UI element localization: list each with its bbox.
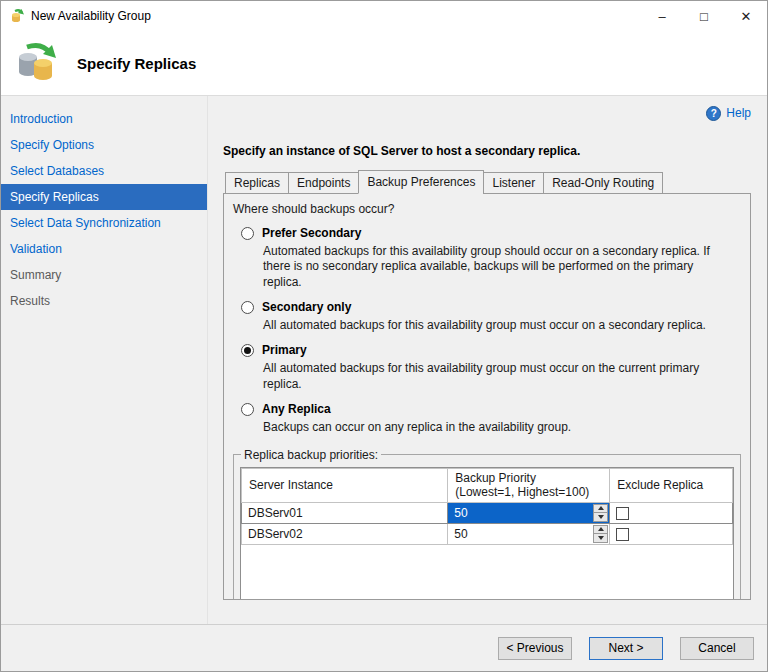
option-label: Secondary only [262, 300, 351, 314]
replica-priorities-table: Server Instance Backup Priority (Lowest=… [241, 468, 733, 545]
priorities-grid: Server Instance Backup Priority (Lowest=… [240, 467, 734, 600]
backup-priority-cell[interactable]: 50 [448, 502, 610, 523]
tab-strip: Replicas Endpoints Backup Preferences Li… [223, 172, 751, 194]
column-backup-priority: Backup Priority (Lowest=1, Highest=100) [448, 468, 610, 502]
new-availability-group-window: New Availability Group – □ ✕ Specify Rep… [0, 0, 768, 672]
help-label: Help [726, 106, 751, 120]
sidebar-item-summary: Summary [1, 262, 207, 288]
sidebar-item-specify-options[interactable]: Specify Options [1, 132, 207, 158]
exclude-replica-cell [610, 523, 733, 544]
wizard-footer: < Previous Next > Cancel [1, 624, 767, 671]
option-primary: Primary All automated backups for this a… [233, 343, 741, 392]
tab-endpoints[interactable]: Endpoints [288, 172, 359, 194]
secondary-only-radio[interactable]: Secondary only [241, 300, 741, 314]
instruction-text: Specify an instance of SQL Server to hos… [223, 144, 751, 158]
window-title: New Availability Group [31, 9, 151, 23]
radio-icon [241, 227, 254, 240]
sidebar-item-results: Results [1, 288, 207, 314]
option-description: All automated backups for this availabil… [263, 318, 731, 333]
column-exclude-replica: Exclude Replica [610, 468, 733, 502]
option-label: Any Replica [262, 402, 331, 416]
option-description: Backups can occur on any replica in the … [263, 420, 731, 435]
any-replica-radio[interactable]: Any Replica [241, 402, 741, 416]
wizard-steps-sidebar: Introduction Specify Options Select Data… [1, 96, 208, 624]
priority-spinner[interactable] [593, 525, 608, 543]
table-header-row: Server Instance Backup Priority (Lowest=… [242, 468, 733, 502]
option-description: Automated backups for this availability … [263, 244, 731, 290]
window-controls: – □ ✕ [641, 1, 767, 31]
tab-read-only-routing[interactable]: Read-Only Routing [543, 172, 663, 194]
next-button[interactable]: Next > [589, 637, 663, 660]
server-instance-cell[interactable]: DBServ02 [242, 523, 448, 544]
replica-backup-priorities-group: Replica backup priorities: Server Instan… [233, 448, 741, 600]
column-label: Backup Priority [455, 471, 602, 485]
radio-selected-icon [241, 344, 254, 357]
priority-value: 50 [454, 527, 467, 541]
help-icon: ? [706, 106, 721, 121]
spinner-up-icon[interactable] [593, 504, 608, 514]
spinner-down-icon[interactable] [593, 534, 608, 543]
radio-icon [241, 301, 254, 314]
column-server-instance: Server Instance [242, 468, 448, 502]
option-any-replica: Any Replica Backups can occur on any rep… [233, 402, 741, 435]
radio-icon [241, 403, 254, 416]
page-title: Specify Replicas [77, 55, 196, 72]
sidebar-item-validation[interactable]: Validation [1, 236, 207, 262]
tab-backup-preferences[interactable]: Backup Preferences [358, 170, 484, 194]
availability-group-icon [13, 42, 59, 84]
wizard-body: Introduction Specify Options Select Data… [1, 96, 767, 624]
cancel-button[interactable]: Cancel [680, 637, 754, 660]
title-bar: New Availability Group – □ ✕ [1, 1, 767, 31]
column-sublabel: (Lowest=1, Highest=100) [455, 485, 602, 499]
prefer-secondary-radio[interactable]: Prefer Secondary [241, 226, 741, 240]
sidebar-item-introduction[interactable]: Introduction [1, 106, 207, 132]
sidebar-item-specify-replicas[interactable]: Specify Replicas [1, 184, 207, 210]
priority-value: 50 [454, 506, 467, 520]
main-content: ? Help Specify an instance of SQL Server… [208, 96, 767, 624]
option-label: Prefer Secondary [262, 226, 361, 240]
wizard-header: Specify Replicas [1, 31, 767, 96]
option-label: Primary [262, 343, 307, 357]
option-description: All automated backups for this availabil… [263, 361, 731, 392]
sidebar-item-select-databases[interactable]: Select Databases [1, 158, 207, 184]
backup-priority-cell[interactable]: 50 [448, 523, 610, 544]
table-row[interactable]: DBServ01 50 [242, 502, 733, 523]
priorities-legend: Replica backup priorities: [241, 448, 381, 462]
help-link[interactable]: ? Help [223, 104, 751, 122]
spinner-down-icon[interactable] [593, 513, 608, 522]
tab-replicas[interactable]: Replicas [225, 172, 289, 194]
close-button[interactable]: ✕ [725, 1, 767, 31]
minimize-button[interactable]: – [641, 1, 683, 31]
backup-preferences-panel: Where should backups occur? Prefer Secon… [223, 193, 751, 600]
tab-listener[interactable]: Listener [483, 172, 544, 194]
exclude-replica-checkbox[interactable] [616, 528, 629, 541]
backups-question-label: Where should backups occur? [233, 202, 741, 216]
sidebar-item-select-data-synchronization[interactable]: Select Data Synchronization [1, 210, 207, 236]
server-instance-cell[interactable]: DBServ01 [242, 502, 448, 523]
exclude-replica-cell [610, 502, 733, 523]
app-icon [9, 8, 25, 24]
primary-radio[interactable]: Primary [241, 343, 741, 357]
maximize-button[interactable]: □ [683, 1, 725, 31]
exclude-replica-checkbox[interactable] [616, 507, 629, 520]
priority-spinner[interactable] [593, 504, 608, 522]
table-row[interactable]: DBServ02 50 [242, 523, 733, 544]
option-prefer-secondary: Prefer Secondary Automated backups for t… [233, 226, 741, 290]
spinner-up-icon[interactable] [593, 525, 608, 535]
option-secondary-only: Secondary only All automated backups for… [233, 300, 741, 333]
previous-button[interactable]: < Previous [498, 637, 572, 660]
